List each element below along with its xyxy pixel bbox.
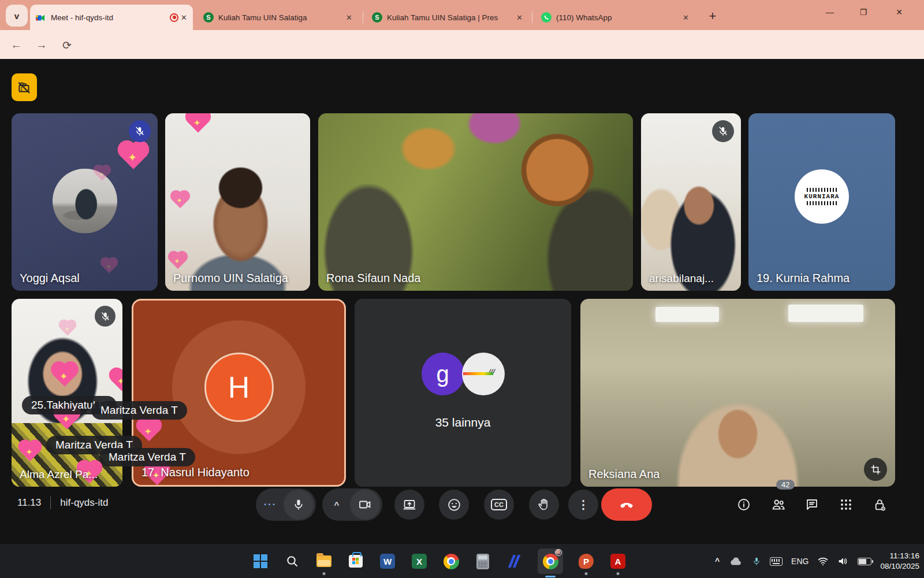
slashes-app-button[interactable] [506, 553, 523, 570]
participant-tile-arisabila[interactable]: arisabilanaj... [641, 113, 741, 291]
windows-logo-icon [254, 554, 267, 568]
tab-kuliah-tamu-1[interactable]: S Kuliah Tamu UIN Salatiga ✕ [198, 5, 358, 30]
onedrive-cloud-icon[interactable] [728, 556, 743, 566]
powerpoint-icon: P [579, 554, 594, 569]
clapperboard-off-icon[interactable] [12, 73, 37, 101]
recording-indicator-icon [170, 13, 178, 22]
acrobat-button[interactable]: A [609, 553, 627, 570]
participant-tile-purnomo[interactable]: ✦ ✦ ✦ Purnomo UIN Salatiga [165, 113, 310, 291]
window-minimize-button[interactable]: — [813, 0, 847, 24]
others-tile[interactable]: g 35 lainnya [355, 299, 571, 487]
crop-icon[interactable] [864, 458, 887, 481]
participant-count-badge: 42 [776, 480, 795, 490]
present-button[interactable] [394, 490, 424, 520]
avatar [53, 168, 117, 233]
activities-grid-button[interactable] [832, 491, 860, 518]
participant-name: Reksiana Ana [588, 468, 660, 481]
site-letter-favicon: S [372, 12, 382, 23]
audio-options-dots-icon[interactable]: ··· [256, 499, 285, 510]
reactions-button[interactable] [439, 490, 469, 520]
file-explorer-button[interactable] [315, 553, 333, 570]
cc-icon: CC [491, 499, 507, 510]
camera-button[interactable] [350, 490, 380, 520]
participant-tile-reksiana[interactable]: Reksiana Ana [580, 299, 895, 487]
participant-tile-yoggi[interactable]: ✦ ✦ ✦ Yoggi Aqsal [12, 113, 158, 291]
window-close-button[interactable]: ✕ [882, 0, 916, 24]
more-options-button[interactable]: ⋮ [568, 490, 598, 520]
start-button[interactable] [252, 553, 269, 570]
word-icon: W [380, 554, 395, 569]
heart-reaction: ✦ [120, 143, 146, 169]
chrome-button[interactable] [442, 553, 460, 570]
host-controls-lock-icon[interactable] [866, 491, 893, 518]
microsoft-store-button[interactable] [347, 553, 364, 570]
meeting-details-button[interactable] [730, 491, 758, 518]
chrome-active-button[interactable] [538, 549, 563, 574]
stacked-avatars: g [422, 353, 505, 395]
participant-tile-kurnia[interactable]: KURNIARA 19. Kurnia Rahma [748, 113, 895, 291]
reload-button[interactable]: ⟳ [58, 36, 76, 54]
powerpoint-button[interactable]: P [578, 553, 595, 570]
tray-date: 08/10/2025 [880, 561, 919, 572]
profile-overlay-avatar [555, 549, 562, 556]
participant-name: Alma Azrel Pa... [20, 468, 98, 481]
participants-button[interactable] [765, 491, 792, 518]
ceiling-light [655, 307, 719, 322]
excel-button[interactable]: X [411, 553, 428, 570]
window-restore-button[interactable]: ❐ [847, 0, 880, 24]
word-button[interactable]: W [379, 553, 396, 570]
mic-button[interactable] [284, 490, 314, 520]
participant-tile-rona[interactable]: Rona Sifaun Nada [318, 113, 633, 291]
tab-close-button[interactable]: ✕ [683, 13, 689, 22]
language-indicator[interactable]: ENG [791, 557, 808, 566]
whatsapp-favicon [541, 12, 552, 23]
tray-chevron-icon[interactable]: ^ [715, 557, 720, 566]
end-call-button[interactable] [601, 488, 652, 521]
video-feed [165, 113, 310, 291]
raise-hand-button[interactable] [529, 490, 559, 520]
participant-name: arisabilanaj... [649, 272, 714, 285]
mic-muted-icon [712, 120, 734, 142]
tab-close-button[interactable]: ✕ [346, 13, 352, 22]
running-indicator [617, 572, 620, 575]
back-button[interactable]: ← [7, 36, 25, 54]
tab-title: Kuliah Tamu UIN Salatiga [218, 13, 339, 22]
others-count-label: 35 lainnya [355, 416, 571, 429]
windows-taskbar: W X P A ^ ENG 11:13:16 08/10/202 [0, 543, 924, 578]
store-bag-icon [349, 555, 363, 568]
chat-button[interactable] [798, 491, 826, 518]
participant-name: Purnomo UIN Salatiga [173, 272, 288, 285]
battery-icon[interactable] [858, 558, 871, 565]
logo-stripes [807, 201, 837, 205]
captions-button[interactable]: CC [484, 490, 514, 520]
tab-search-chevron-icon: v [14, 11, 19, 21]
search-button[interactable] [284, 553, 301, 570]
mic-in-use-icon[interactable] [752, 555, 761, 567]
volume-icon[interactable] [837, 556, 849, 566]
avatar: KURNIARA [795, 169, 849, 224]
calculator-icon [476, 554, 489, 569]
camera-control-group[interactable]: ^ [322, 488, 382, 521]
touch-keyboard-icon[interactable] [770, 557, 783, 566]
folder-icon [316, 555, 331, 567]
browser-toolbar: ← → ⟳ meet.google.com/hif-qyds-itd ☆ ⋮ [0, 30, 924, 59]
tab-close-button[interactable]: ✕ [181, 13, 187, 22]
mic-control-group[interactable]: ··· [256, 488, 316, 521]
mic-muted-icon [95, 306, 116, 327]
tray-clock[interactable]: 11:13:16 08/10/2025 [880, 551, 919, 572]
blue-slashes-icon [508, 554, 521, 568]
camera-options-chevron-icon[interactable]: ^ [322, 500, 351, 510]
acrobat-icon: A [610, 554, 625, 569]
image-avatar [462, 353, 505, 395]
tab-kuliah-tamu-2[interactable]: S Kuliah Tamu UIN Salatiga | Pres ✕ [366, 5, 528, 30]
taskbar-apps: W X P A [252, 544, 627, 578]
tab-meet[interactable]: Meet - hif-qyds-itd ✕ [30, 5, 193, 30]
new-tab-button[interactable]: + [703, 7, 722, 25]
tab-close-button[interactable]: ✕ [516, 13, 523, 22]
calculator-button[interactable] [474, 553, 491, 570]
heart-reaction: ✦ [102, 258, 116, 273]
forward-button[interactable]: → [32, 36, 51, 54]
tab-whatsapp[interactable]: (110) WhatsApp ✕ [535, 5, 695, 30]
tab-search-button[interactable]: v [6, 5, 28, 27]
wifi-icon[interactable] [817, 557, 829, 566]
